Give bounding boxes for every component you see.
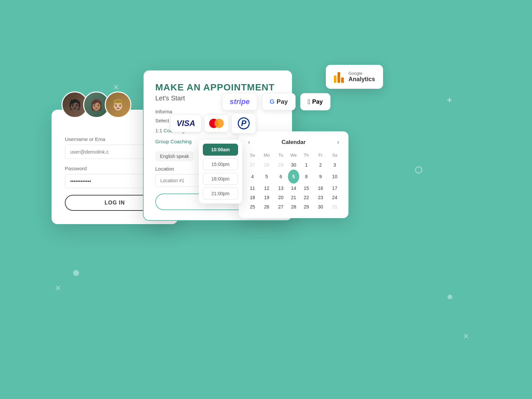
cal-day-9[interactable]: 9 bbox=[314, 170, 328, 184]
avatar-group: 🧑🏿 👩🏽 👨🏼 bbox=[62, 91, 131, 118]
timeslots-panel: 10:00am 15:00pm 18:00pm 21:00pm bbox=[199, 140, 242, 203]
payment-logos-float: VISA P bbox=[170, 113, 256, 134]
cal-day-20[interactable]: 20 bbox=[274, 193, 288, 202]
cal-day-14[interactable]: 14 bbox=[288, 184, 299, 193]
floating-payment-row: stripe G Pay  Pay bbox=[222, 93, 331, 110]
weekday-tu: Tu bbox=[274, 151, 288, 160]
cal-day-2[interactable]: 2 bbox=[314, 160, 328, 170]
cal-day-12[interactable]: 12 bbox=[260, 184, 274, 193]
x-icon-bl: ✕ bbox=[55, 284, 61, 293]
calendar-title: Calendar bbox=[282, 139, 306, 146]
cal-day-17[interactable]: 17 bbox=[328, 184, 342, 193]
cal-day-10[interactable]: 10 bbox=[328, 170, 342, 184]
dot-decor-2 bbox=[448, 295, 452, 299]
cal-day-24[interactable]: 24 bbox=[328, 193, 342, 202]
cal-day-11[interactable]: 11 bbox=[245, 184, 260, 193]
cal-day-1[interactable]: 1 bbox=[299, 160, 314, 170]
cal-day-6[interactable]: 6 bbox=[274, 170, 288, 184]
cal-day-29[interactable]: 29 bbox=[299, 202, 314, 211]
cal-day-4[interactable]: 4 bbox=[245, 170, 260, 184]
calendar-body: 27 28 29 30 1 2 3 4 5 6 5 8 9 10 11 12 1… bbox=[245, 160, 342, 211]
avatar-3: 👨🏼 bbox=[105, 91, 131, 118]
cal-day-19[interactable]: 19 bbox=[260, 193, 274, 202]
x-icon-tl: ✕ bbox=[113, 83, 119, 92]
visa-text: VISA bbox=[177, 119, 195, 128]
weekday-mo: Mo bbox=[260, 151, 274, 160]
weekday-su: Su bbox=[245, 151, 260, 160]
plus-icon: + bbox=[447, 95, 452, 105]
gpay-g: G bbox=[270, 98, 275, 105]
weekday-we: We bbox=[288, 151, 299, 160]
calendar-row-3: 11 12 13 14 15 16 17 bbox=[245, 184, 342, 193]
calendar-grid: Su Mo Tu We Th Fr Sa 27 28 29 30 1 2 3 4… bbox=[245, 151, 342, 211]
ga-brand-label: Google bbox=[348, 71, 375, 76]
x-icon-br: ✕ bbox=[463, 332, 469, 341]
cal-day-21[interactable]: 21 bbox=[288, 193, 299, 202]
apple-icon:  bbox=[308, 98, 310, 106]
applepay-badge[interactable]:  Pay bbox=[300, 93, 331, 110]
timeslot-2100[interactable]: 21:00pm bbox=[203, 188, 238, 200]
paypal-logo: P bbox=[231, 113, 256, 134]
circle-decor-2 bbox=[415, 166, 422, 174]
cal-day-25[interactable]: 25 bbox=[245, 202, 260, 211]
calendar-row-4: 18 19 20 21 22 23 24 bbox=[245, 193, 342, 202]
applepay-pay: Pay bbox=[312, 98, 323, 105]
cal-day-31-next[interactable]: 31 bbox=[328, 202, 342, 211]
calendar-row-2: 4 5 6 5 8 9 10 bbox=[245, 170, 342, 184]
calendar-card: ‹ Calendar › Su Mo Tu We Th Fr Sa 27 28 … bbox=[239, 131, 348, 218]
cal-day-3[interactable]: 3 bbox=[328, 160, 342, 170]
google-analytics-card: Google Analytics bbox=[326, 65, 383, 89]
cal-day-30[interactable]: 30 bbox=[288, 160, 299, 170]
cal-day-16[interactable]: 16 bbox=[314, 184, 328, 193]
calendar-row-1: 27 28 29 30 1 2 3 bbox=[245, 160, 342, 170]
cal-day-today[interactable]: 5 bbox=[288, 170, 299, 184]
cal-day-23[interactable]: 23 bbox=[314, 193, 328, 202]
cal-day-22[interactable]: 22 bbox=[299, 193, 314, 202]
cal-day-27-prev[interactable]: 27 bbox=[245, 160, 260, 170]
calendar-next-button[interactable]: › bbox=[334, 138, 342, 146]
weekday-fr: Fr bbox=[314, 151, 328, 160]
stripe-badge[interactable]: stripe bbox=[222, 93, 257, 110]
stripe-label: stripe bbox=[230, 97, 250, 106]
mastercard-logo bbox=[204, 114, 229, 132]
cal-day-8[interactable]: 8 bbox=[299, 170, 314, 184]
paypal-p-icon: P bbox=[238, 117, 250, 129]
cal-day-5[interactable]: 5 bbox=[260, 170, 274, 184]
weekday-sa: Sa bbox=[328, 151, 342, 160]
weekday-th: Th bbox=[299, 151, 314, 160]
timeslot-1500[interactable]: 15:00pm bbox=[203, 158, 238, 170]
cal-day-15[interactable]: 15 bbox=[299, 184, 314, 193]
cal-day-26[interactable]: 26 bbox=[260, 202, 274, 211]
timeslot-1800[interactable]: 18:00pm bbox=[203, 173, 238, 185]
calendar-header: ‹ Calendar › bbox=[245, 138, 342, 146]
cal-day-30[interactable]: 30 bbox=[314, 202, 328, 211]
mc-orange-circle bbox=[214, 119, 224, 128]
appointment-title: MAKE AN APPOINTMENT bbox=[155, 82, 280, 93]
cal-day-28[interactable]: 28 bbox=[288, 202, 299, 211]
visa-logo: VISA bbox=[170, 114, 201, 132]
ga-icon bbox=[334, 71, 344, 83]
cal-day-28-prev[interactable]: 28 bbox=[260, 160, 274, 170]
cal-day-29-prev[interactable]: 29 bbox=[274, 160, 288, 170]
timeslot-1000[interactable]: 10:00am bbox=[203, 144, 238, 156]
calendar-weekdays-row: Su Mo Tu We Th Fr Sa bbox=[245, 151, 342, 160]
ga-name-label: Analytics bbox=[348, 76, 375, 83]
calendar-row-5: 25 26 27 28 29 30 31 bbox=[245, 202, 342, 211]
dot-decor-1 bbox=[73, 270, 79, 276]
language-badge: English speak bbox=[155, 151, 194, 161]
gpay-pay: Pay bbox=[277, 98, 288, 105]
cal-day-13[interactable]: 13 bbox=[274, 184, 288, 193]
cal-day-18[interactable]: 18 bbox=[245, 193, 260, 202]
calendar-prev-button[interactable]: ‹ bbox=[245, 138, 253, 146]
gpay-badge[interactable]: G Pay bbox=[262, 93, 296, 110]
cal-day-27[interactable]: 27 bbox=[274, 202, 288, 211]
